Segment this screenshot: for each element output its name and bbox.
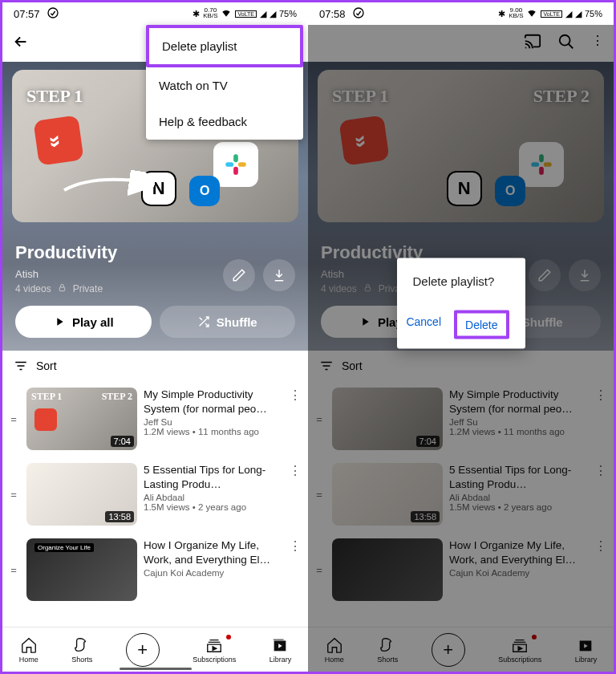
drag-handle-icon[interactable]: = (7, 564, 20, 576)
video-title: My Simple Productivity System (for norma… (144, 388, 281, 416)
svg-rect-5 (59, 287, 64, 291)
sort-button[interactable]: Sort (2, 351, 308, 381)
menu-watch-on-tv[interactable]: Watch on TV (146, 67, 303, 104)
wifi-icon (526, 7, 537, 20)
slack-icon (213, 142, 258, 187)
battery-text: 75% (585, 9, 602, 18)
svg-point-0 (48, 8, 58, 18)
video-menu-icon[interactable]: ⋮ (287, 463, 303, 478)
svg-rect-4 (233, 167, 238, 175)
phone-left: 07:57 ✱ 0.70KB/S VoLTE ◢ ◢ 75% Delete pl… (2, 2, 308, 672)
svg-rect-2 (233, 154, 238, 162)
video-menu-icon[interactable]: ⋮ (287, 538, 303, 554)
nav-indicator (120, 668, 192, 670)
dialog-title: Delete playlist? (413, 274, 509, 288)
shuffle-button[interactable]: Shuffle (160, 306, 296, 338)
dnd-icon (47, 6, 59, 22)
outlook-icon: O (189, 176, 220, 206)
download-button[interactable] (263, 259, 295, 291)
video-duration: 7:04 (111, 436, 134, 447)
bluetooth-icon: ✱ (498, 9, 505, 19)
wifi-icon (221, 7, 232, 20)
video-title: 5 Essential Tips for Long-Lasting Produ… (144, 463, 281, 491)
todoist-icon (33, 115, 83, 165)
bluetooth-icon: ✱ (192, 9, 200, 19)
video-thumbnail[interactable]: STEP 1 STEP 2 7:04 (26, 388, 137, 450)
playlist-privacy: Private (73, 283, 103, 294)
signal-icon: ◢ (260, 9, 266, 19)
dialog-delete-button[interactable]: Delete (454, 311, 509, 339)
video-thumbnail[interactable]: 13:58 (26, 463, 137, 526)
status-time: 07:57 (14, 8, 40, 20)
overflow-menu: Delete playlist Watch on TV Help & feedb… (146, 25, 303, 140)
video-meta: 1.2M views • 11 months ago (144, 427, 281, 436)
battery-text: 75% (279, 9, 297, 18)
back-icon[interactable] (12, 33, 30, 54)
notification-dot-icon (226, 635, 231, 639)
volte-icon: VoLTE (235, 10, 257, 18)
dialog-cancel-button[interactable]: Cancel (398, 311, 449, 339)
video-title: How I Organize My Life, Work, and Everyt… (144, 538, 281, 566)
play-all-button[interactable]: Play all (15, 306, 152, 338)
menu-help-feedback[interactable]: Help & feedback (146, 104, 303, 140)
signal-icon: ◢ (575, 9, 582, 19)
video-channel: Ali Abdaal (144, 493, 281, 502)
video-meta: 1.5M views • 2 years ago (144, 502, 281, 512)
dnd-icon (352, 6, 365, 22)
video-list: = STEP 1 STEP 2 7:04 My Simple Productiv… (2, 381, 308, 627)
status-bar: 07:58 ✱ 9.00KB/S VoLTE ◢ ◢ 75% (308, 2, 614, 25)
nav-shorts[interactable]: Shorts (71, 636, 92, 664)
status-bar: 07:57 ✱ 0.70KB/S VoLTE ◢ ◢ 75% (2, 2, 308, 25)
thumb-step1: STEP 1 (26, 86, 83, 107)
phone-right: 07:58 ✱ 9.00KB/S VoLTE ◢ ◢ 75% ⋮ STEP 1 … (308, 2, 614, 672)
bottom-nav: Home Shorts + Subscriptions Library (2, 627, 308, 672)
video-item[interactable]: = 13:58 5 Essential Tips for Long-Lastin… (2, 457, 308, 532)
video-duration: 13:58 (105, 511, 134, 522)
video-channel: Jeff Su (144, 417, 281, 427)
nav-library[interactable]: Library (270, 636, 292, 664)
delete-confirm-dialog: Delete playlist? Cancel Delete (397, 258, 525, 349)
lock-icon (58, 283, 67, 294)
edit-button[interactable] (223, 259, 255, 291)
nav-create[interactable]: + (126, 633, 160, 667)
video-item[interactable]: = Organize Your Life How I Organize My L… (2, 532, 308, 607)
drag-handle-icon[interactable]: = (7, 489, 20, 501)
video-thumbnail[interactable]: Organize Your Life (26, 538, 137, 601)
svg-rect-1 (225, 162, 233, 167)
signal-icon: ◢ (565, 9, 572, 19)
nav-home[interactable]: Home (19, 636, 38, 664)
nav-subscriptions[interactable]: Subscriptions (192, 636, 236, 664)
video-menu-icon[interactable]: ⋮ (287, 388, 303, 403)
drag-handle-icon[interactable]: = (7, 413, 20, 425)
menu-delete-playlist[interactable]: Delete playlist (146, 25, 303, 67)
playlist-video-count: 4 videos (15, 283, 51, 294)
status-time: 07:58 (319, 8, 346, 20)
video-item[interactable]: = STEP 1 STEP 2 7:04 My Simple Productiv… (2, 381, 308, 457)
signal-icon: ◢ (270, 9, 276, 19)
volte-icon: VoLTE (541, 10, 562, 18)
svg-point-6 (354, 8, 363, 18)
svg-rect-3 (238, 162, 246, 167)
video-channel: Cajun Koi Academy (144, 568, 281, 578)
